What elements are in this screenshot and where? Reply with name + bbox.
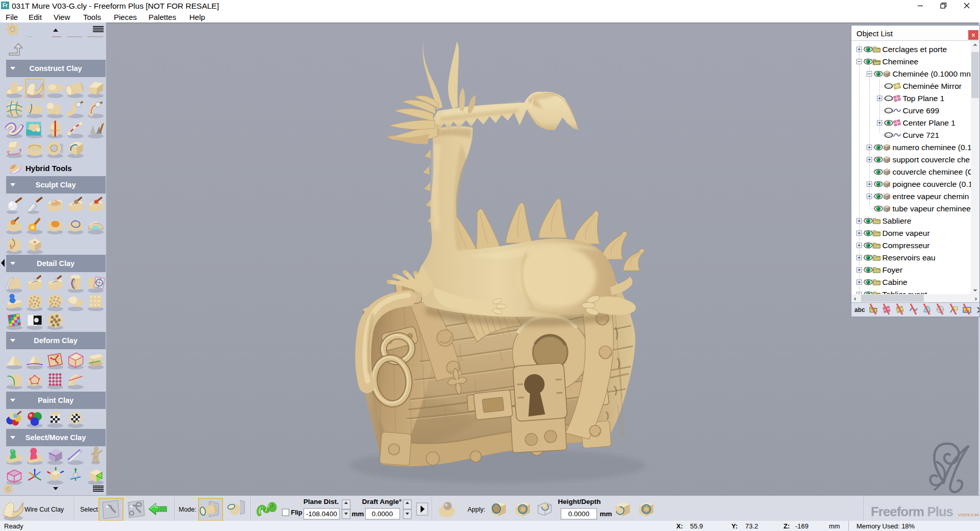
svg-text:Freeform Plus: Freeform Plus: [871, 504, 953, 519]
svg-text:poignee couvercle (0.1: poignee couvercle (0.1: [893, 180, 971, 188]
svg-text:Plane Dist.: Plane Dist.: [303, 498, 338, 505]
svg-text:Cheminée Mirror: Cheminée Mirror: [903, 82, 962, 90]
svg-text:Curve 699: Curve 699: [903, 106, 940, 115]
svg-text:entree vapeur chemin: entree vapeur chemin: [893, 192, 969, 201]
svg-text:Construct Clay: Construct Clay: [29, 64, 82, 73]
svg-text:Detail Clay: Detail Clay: [37, 259, 75, 268]
svg-text:Foyer: Foyer: [883, 266, 903, 274]
svg-text:Draft Angle°: Draft Angle°: [362, 498, 402, 505]
svg-text:Sabliere: Sabliere: [883, 216, 912, 225]
svg-text:numero cheminee (0.1: numero cheminee (0.1: [893, 143, 971, 152]
svg-text:0.0000: 0.0000: [372, 510, 393, 518]
svg-text:Cheminee: Cheminee: [883, 57, 919, 66]
svg-text:support couvercle che: support couvercle che: [893, 155, 970, 164]
svg-text:V2025.0.84: V2025.0.84: [958, 513, 979, 517]
svg-text:mm: mm: [352, 510, 364, 518]
svg-text:Center Plane 1: Center Plane 1: [903, 118, 955, 127]
svg-text:couvercle cheminee (C: couvercle cheminee (C: [893, 167, 971, 176]
svg-text:tube vapeur cheminee: tube vapeur cheminee: [893, 204, 971, 213]
svg-text:Flip: Flip: [291, 509, 303, 516]
svg-text:mm: mm: [600, 510, 612, 518]
svg-text:abc: abc: [854, 306, 865, 313]
svg-text:Select:: Select:: [80, 506, 100, 513]
svg-text:Deform Clay: Deform Clay: [34, 336, 77, 345]
svg-text:Height/Depth: Height/Depth: [558, 498, 601, 505]
svg-text:Compresseur: Compresseur: [883, 241, 930, 250]
svg-text:Tablier avant: Tablier avant: [883, 290, 928, 294]
svg-text:Cabine: Cabine: [883, 278, 908, 286]
svg-text:Wire Cut Clay: Wire Cut Clay: [24, 506, 64, 513]
svg-text:Select/Move Clay: Select/Move Clay: [26, 433, 86, 442]
svg-text:Apply:: Apply:: [468, 506, 485, 513]
svg-text:Curve 721: Curve 721: [903, 131, 940, 139]
svg-text:Paint Clay: Paint Clay: [38, 396, 74, 404]
svg-text:Mode:: Mode:: [179, 506, 197, 513]
svg-text:Cheminée (0.1000 mn: Cheminée (0.1000 mn: [893, 69, 971, 78]
svg-text:Reservoirs eau: Reservoirs eau: [883, 253, 936, 262]
svg-text:-108.0400: -108.0400: [306, 510, 337, 518]
svg-text:Dome vapeur: Dome vapeur: [883, 229, 930, 237]
svg-text:Cerclages et porte: Cerclages et porte: [883, 45, 947, 54]
svg-text:Hybrid Tools: Hybrid Tools: [26, 164, 72, 173]
svg-text:Sculpt Clay: Sculpt Clay: [36, 181, 76, 189]
svg-text:0.0000: 0.0000: [568, 510, 589, 518]
svg-text:Top Plane 1: Top Plane 1: [903, 94, 945, 103]
